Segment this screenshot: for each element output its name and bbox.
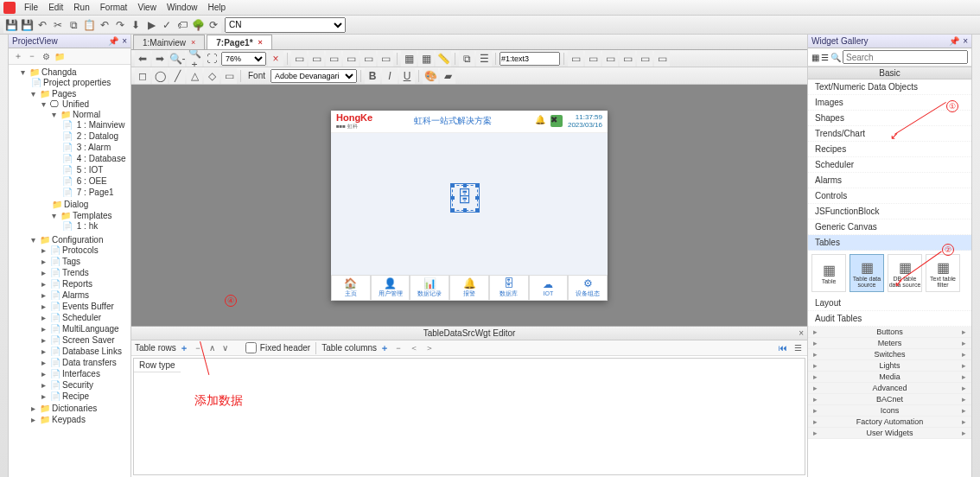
tree-config-item[interactable]: ▸📄MultiLanguage [41, 323, 129, 334]
menu-format[interactable]: Format [100, 3, 128, 12]
wg-view-grid-icon[interactable]: ▦ [811, 53, 819, 62]
menu-help[interactable]: Help [207, 3, 226, 12]
et-more-5-icon[interactable]: ▭ [637, 51, 652, 67]
tree-project-properties[interactable]: Project properties [43, 78, 111, 87]
tree-config-item[interactable]: ▸📄Protocols [41, 245, 129, 256]
footer-btn[interactable]: 🏠主页 [331, 275, 371, 301]
tree-config-item[interactable]: ▸📄Scheduler [41, 312, 129, 323]
table-data-source-widget[interactable]: 🗄 [452, 185, 478, 211]
et2-underline-icon[interactable]: U [399, 68, 415, 84]
wg-close-icon[interactable]: × [963, 36, 968, 46]
menu-file[interactable]: File [24, 3, 38, 12]
be-prev-icon[interactable]: ⏮ [777, 343, 789, 353]
design-canvas[interactable]: HongKe ■■■ 虹科 虹科一站式解决方案 🔔 ✖ 11:37:59 202… [131, 85, 807, 326]
tree-page-item[interactable]: 📄 3 : Alarm [62, 142, 129, 153]
et2-shape-3-icon[interactable]: ╱ [169, 68, 185, 84]
tree-page-item[interactable]: 📄 4 : Database [62, 153, 129, 164]
widget-search-input[interactable] [843, 50, 968, 64]
row-type-tab[interactable]: Row type [134, 359, 181, 372]
menu-run[interactable]: Run [73, 3, 89, 12]
et-more-1-icon[interactable]: ▭ [568, 51, 583, 67]
et-align-top-icon[interactable]: ▭ [343, 51, 359, 67]
tb-run-icon[interactable]: ▶ [143, 17, 159, 33]
widget-group[interactable]: ▸User Widgets▸ [808, 428, 971, 439]
tb-undo-icon[interactable]: ↶ [35, 17, 50, 33]
tree-add-icon[interactable]: ＋ [12, 50, 24, 62]
et-zoom-in-icon[interactable]: 🔍+ [187, 51, 202, 67]
alarm-bell-icon[interactable]: 🔔 [535, 115, 547, 127]
right-dock-strip[interactable] [971, 35, 980, 477]
tree-keypads[interactable]: Keypads [52, 415, 86, 424]
tree-template-item[interactable]: 📄 1 : hk [62, 220, 129, 232]
widget-category-item[interactable]: Shapes [808, 111, 971, 126]
et2-bold-icon[interactable]: B [365, 68, 380, 84]
widget-list[interactable]: Basic Text/Numeric Data ObjectsImagesSha… [808, 67, 971, 477]
widget-group[interactable]: ▸BACnet▸ [808, 394, 971, 405]
widget-group[interactable]: ▸Buttons▸ [808, 327, 971, 338]
et2-fill-icon[interactable]: ▰ [440, 68, 455, 84]
et-align-mid-icon[interactable]: ▭ [360, 51, 376, 67]
widget-category-item[interactable]: Text/Numeric Data Objects [808, 80, 971, 95]
et-group-icon[interactable]: ⧉ [459, 51, 474, 67]
footer-btn[interactable]: 👤用户管理 [371, 275, 410, 301]
tb-redo-icon[interactable]: ↷ [112, 17, 128, 33]
tree-config-item[interactable]: ▸📄Events Buffer [41, 301, 129, 312]
et2-shape-5-icon[interactable]: ◇ [204, 68, 220, 84]
widget-category-item[interactable]: Controls [808, 188, 971, 204]
et-more-3-icon[interactable]: ▭ [602, 51, 618, 67]
widget-group[interactable]: ▸Factory Automation▸ [808, 417, 971, 428]
footer-btn[interactable]: 🔔报警 [449, 275, 489, 301]
remove-row-icon[interactable]: － [192, 342, 204, 354]
bottom-editor-body[interactable]: Row type [133, 358, 805, 475]
widget-category-item[interactable]: Trends/Chart [808, 126, 971, 142]
tab-close-icon[interactable]: × [258, 38, 263, 47]
tree-config-item[interactable]: ▸📄Alarms [41, 289, 129, 301]
tb-validate-icon[interactable]: ✓ [159, 17, 175, 33]
tree-config-item[interactable]: ▸📄Recipe [41, 391, 129, 402]
bottom-editor-title-bar[interactable]: TableDataSrcWgt Editor × [131, 327, 807, 340]
widget-gallery-header[interactable]: Widget Gallery 📌 × [808, 35, 971, 48]
tree-config-item[interactable]: ▸📄Screen Saver [41, 334, 129, 346]
tree-page-item[interactable]: 📄 5 : IOT [62, 164, 129, 175]
editor-tab[interactable]: 1:Mainview× [133, 35, 205, 49]
et-grid-icon[interactable]: ▦ [401, 51, 417, 67]
et-align-left-icon[interactable]: ▭ [291, 51, 307, 67]
menu-view[interactable]: View [137, 3, 156, 12]
widget-category-item[interactable]: Audit Tables [808, 311, 971, 327]
tree-root[interactable]: Changda [41, 67, 77, 77]
et-zoom-fit-icon[interactable]: ⛶ [204, 51, 220, 67]
col-next-icon[interactable]: ＞ [423, 342, 436, 354]
widget-group[interactable]: ▸Icons▸ [808, 405, 971, 417]
et-zoom-out-icon[interactable]: 🔍- [169, 51, 185, 67]
col-prev-icon[interactable]: ＜ [408, 342, 420, 354]
left-dock-strip[interactable] [0, 35, 9, 477]
tb-tree-icon[interactable]: 🌳 [190, 17, 206, 33]
et-ruler-icon[interactable]: 📏 [436, 51, 451, 67]
row-prev-icon[interactable]: ∧ [207, 343, 217, 353]
be-toggle-icon[interactable]: ☰ [792, 343, 804, 353]
et-snap-icon[interactable]: ▦ [418, 51, 434, 67]
menu-edit[interactable]: Edit [48, 3, 63, 12]
et-align-right-icon[interactable]: ▭ [326, 51, 341, 67]
add-row-icon[interactable]: ＋ [180, 342, 188, 354]
wg-view-list-icon[interactable]: ☰ [821, 53, 829, 62]
tb-save-icon[interactable]: 💾 [3, 17, 19, 33]
widget-group[interactable]: ▸Meters▸ [808, 338, 971, 349]
tree-config-item[interactable]: ▸📄Data transfers [41, 357, 129, 368]
widget-category-item[interactable]: Alarms [808, 173, 971, 188]
fixed-header-checkbox[interactable] [245, 342, 257, 353]
tree-dictionaries[interactable]: Dictionaries [52, 404, 97, 413]
project-tree[interactable]: ▾📁Changda 📄Project properties ▾📁Pages ▾🖵… [9, 65, 130, 477]
widget-card[interactable]: ▦DB table data source [888, 254, 922, 292]
widget-group[interactable]: ▸Switches▸ [808, 349, 971, 360]
tree-remove-icon[interactable]: － [26, 50, 38, 62]
remove-col-icon[interactable]: － [392, 342, 404, 354]
tree-config-item[interactable]: ▸📄Reports [41, 278, 129, 289]
widget-category-item[interactable]: Layout [808, 296, 971, 311]
et-align-center-icon[interactable]: ▭ [309, 51, 324, 67]
et-align-bot-icon[interactable]: ▭ [378, 51, 393, 67]
footer-btn[interactable]: ☁IOT [529, 275, 569, 301]
add-col-icon[interactable]: ＋ [380, 342, 389, 354]
widget-group[interactable]: ▸Media▸ [808, 372, 971, 383]
font-select[interactable]: Adobe Devanagari [270, 69, 357, 83]
